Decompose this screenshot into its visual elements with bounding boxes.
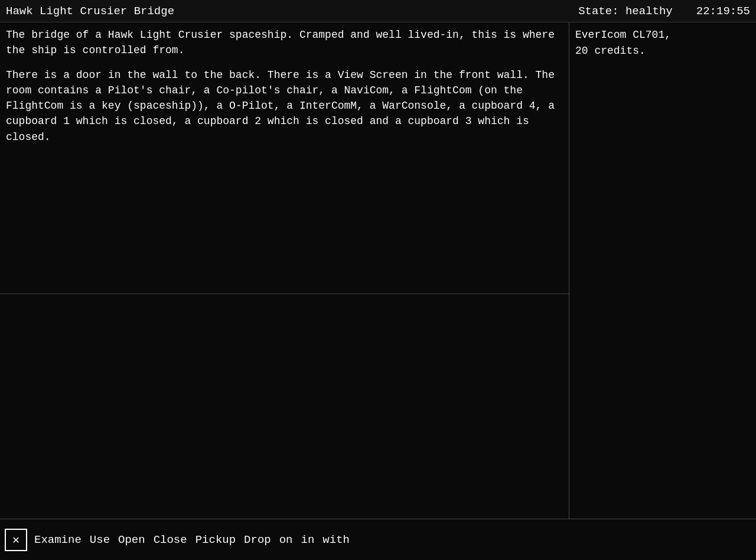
inventory-line-1: EverIcom CL701, <box>575 27 750 43</box>
action-button-examine[interactable]: Examine <box>34 532 90 548</box>
state-indicator: State: healthy <box>578 5 673 18</box>
main-content: The bridge of a Hawk Light Crusier space… <box>0 22 756 519</box>
action-button-open[interactable]: Open <box>118 532 154 548</box>
action-button-on[interactable]: on <box>279 532 301 548</box>
action-button-in[interactable]: in <box>301 532 323 548</box>
left-panel: The bridge of a Hawk Light Crusier space… <box>0 22 569 519</box>
header-bar: Hawk Light Crusier Bridge State: healthy… <box>0 0 756 22</box>
action-button-close[interactable]: Close <box>154 532 195 548</box>
clock-display: 22:19:55 <box>696 5 750 18</box>
description-paragraph-2: There is a door in the wall to the back.… <box>6 67 563 144</box>
inventory-line-2: 20 credits. <box>575 43 750 59</box>
inventory-display: EverIcom CL701, 20 credits. <box>575 27 750 59</box>
action-button-drop[interactable]: Drop <box>244 532 279 548</box>
close-icon: ✕ <box>12 532 19 547</box>
header-right: State: healthy 22:19:55 <box>578 5 750 18</box>
window-title: Hawk Light Crusier Bridge <box>6 5 174 18</box>
description-paragraph-1: The bridge of a Hawk Light Crusier space… <box>6 27 563 58</box>
action-bar: ✕ ExamineUseOpenClosePickupDroponinwith <box>0 519 756 560</box>
room-description-text: The bridge of a Hawk Light Crusier space… <box>6 27 563 145</box>
output-area <box>0 294 569 519</box>
action-button-with[interactable]: with <box>322 532 358 548</box>
right-panel: EverIcom CL701, 20 credits. <box>569 22 756 519</box>
room-description-area: The bridge of a Hawk Light Crusier space… <box>0 22 569 294</box>
action-buttons-container: ExamineUseOpenClosePickupDroponinwith <box>34 532 358 548</box>
action-button-use[interactable]: Use <box>90 532 118 548</box>
action-button-pickup[interactable]: Pickup <box>195 532 244 548</box>
close-button[interactable]: ✕ <box>5 529 27 551</box>
